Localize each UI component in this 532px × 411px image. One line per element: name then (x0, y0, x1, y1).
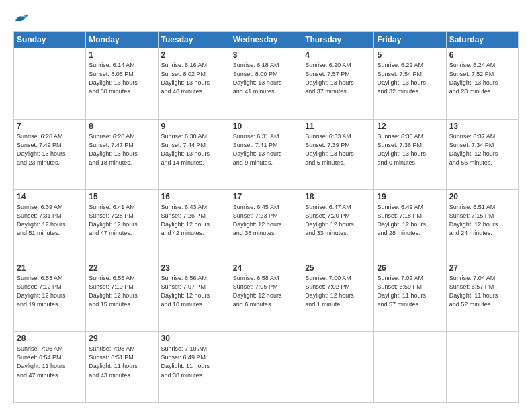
weekday-header-sunday: Sunday (14, 32, 86, 48)
day-info: Sunrise: 6:26 AM Sunset: 7:49 PM Dayligh… (17, 132, 83, 167)
day-number: 26 (377, 263, 443, 273)
calendar: SundayMondayTuesdayWednesdayThursdayFrid… (13, 31, 519, 403)
day-number: 25 (305, 263, 371, 273)
week-row-2: 7Sunrise: 6:26 AM Sunset: 7:49 PM Daylig… (14, 119, 519, 190)
day-info: Sunrise: 6:53 AM Sunset: 7:12 PM Dayligh… (17, 274, 83, 309)
day-info: Sunrise: 7:10 AM Sunset: 6:49 PM Dayligh… (161, 345, 227, 379)
day-number: 13 (449, 122, 515, 131)
day-number: 18 (305, 192, 371, 201)
day-number: 28 (17, 334, 83, 343)
day-info: Sunrise: 6:33 AM Sunset: 7:39 PM Dayligh… (305, 132, 371, 167)
header (13, 12, 519, 24)
calendar-cell: 4Sunrise: 6:20 AM Sunset: 7:57 PM Daylig… (302, 48, 374, 120)
day-info: Sunrise: 6:49 AM Sunset: 7:18 PM Dayligh… (377, 203, 443, 238)
day-info: Sunrise: 6:43 AM Sunset: 7:26 PM Dayligh… (161, 203, 227, 238)
calendar-cell: 21Sunrise: 6:53 AM Sunset: 7:12 PM Dayli… (14, 261, 86, 332)
logo-block (13, 12, 29, 24)
day-number: 21 (17, 263, 83, 273)
calendar-cell: 8Sunrise: 6:28 AM Sunset: 7:47 PM Daylig… (86, 119, 158, 190)
day-number: 12 (377, 122, 443, 131)
day-info: Sunrise: 6:37 AM Sunset: 7:34 PM Dayligh… (449, 132, 515, 167)
calendar-cell (302, 332, 374, 403)
calendar-cell: 26Sunrise: 7:02 AM Sunset: 6:59 PM Dayli… (374, 261, 446, 332)
calendar-cell: 15Sunrise: 6:41 AM Sunset: 7:28 PM Dayli… (86, 190, 158, 261)
day-info: Sunrise: 7:00 AM Sunset: 7:02 PM Dayligh… (305, 274, 371, 309)
calendar-cell: 19Sunrise: 6:49 AM Sunset: 7:18 PM Dayli… (374, 190, 446, 261)
week-row-3: 14Sunrise: 6:39 AM Sunset: 7:31 PM Dayli… (14, 190, 519, 261)
weekday-header-friday: Friday (374, 32, 446, 48)
calendar-cell: 28Sunrise: 7:06 AM Sunset: 6:54 PM Dayli… (14, 332, 86, 403)
calendar-cell: 17Sunrise: 6:45 AM Sunset: 7:23 PM Dayli… (230, 190, 302, 261)
day-info: Sunrise: 6:45 AM Sunset: 7:23 PM Dayligh… (233, 203, 299, 238)
calendar-cell: 11Sunrise: 6:33 AM Sunset: 7:39 PM Dayli… (302, 119, 374, 190)
day-number: 17 (233, 192, 299, 201)
calendar-cell: 20Sunrise: 6:51 AM Sunset: 7:15 PM Dayli… (446, 190, 518, 261)
day-number: 11 (305, 122, 371, 131)
calendar-cell: 10Sunrise: 6:31 AM Sunset: 7:41 PM Dayli… (230, 119, 302, 190)
calendar-cell (14, 48, 86, 120)
day-info: Sunrise: 6:47 AM Sunset: 7:20 PM Dayligh… (305, 203, 371, 238)
day-info: Sunrise: 7:08 AM Sunset: 6:51 PM Dayligh… (89, 345, 154, 379)
day-info: Sunrise: 7:04 AM Sunset: 6:57 PM Dayligh… (449, 274, 515, 309)
calendar-cell: 27Sunrise: 7:04 AM Sunset: 6:57 PM Dayli… (446, 261, 518, 332)
day-info: Sunrise: 6:56 AM Sunset: 7:07 PM Dayligh… (161, 274, 227, 309)
calendar-cell: 18Sunrise: 6:47 AM Sunset: 7:20 PM Dayli… (302, 190, 374, 261)
day-number: 4 (305, 50, 371, 60)
calendar-cell: 12Sunrise: 6:35 AM Sunset: 7:36 PM Dayli… (374, 119, 446, 190)
weekday-header-saturday: Saturday (446, 32, 518, 48)
calendar-cell: 7Sunrise: 6:26 AM Sunset: 7:49 PM Daylig… (14, 119, 86, 190)
day-info: Sunrise: 6:31 AM Sunset: 7:41 PM Dayligh… (233, 132, 299, 167)
page: SundayMondayTuesdayWednesdayThursdayFrid… (0, 0, 532, 411)
day-number: 10 (233, 122, 299, 131)
calendar-cell: 9Sunrise: 6:30 AM Sunset: 7:44 PM Daylig… (158, 119, 230, 190)
bird-icon (14, 12, 29, 24)
calendar-cell (230, 332, 302, 403)
day-number: 27 (449, 263, 515, 273)
day-info: Sunrise: 6:18 AM Sunset: 8:00 PM Dayligh… (233, 61, 299, 96)
week-row-4: 21Sunrise: 6:53 AM Sunset: 7:12 PM Dayli… (14, 261, 519, 332)
day-number: 2 (161, 50, 227, 60)
day-info: Sunrise: 6:14 AM Sunset: 8:05 PM Dayligh… (89, 61, 154, 96)
day-info: Sunrise: 6:24 AM Sunset: 7:52 PM Dayligh… (449, 61, 515, 96)
day-info: Sunrise: 7:02 AM Sunset: 6:59 PM Dayligh… (377, 274, 443, 309)
day-number: 9 (161, 122, 227, 131)
weekday-header-monday: Monday (86, 32, 158, 48)
calendar-cell: 3Sunrise: 6:18 AM Sunset: 8:00 PM Daylig… (230, 48, 302, 120)
day-number: 29 (89, 334, 154, 343)
calendar-cell: 25Sunrise: 7:00 AM Sunset: 7:02 PM Dayli… (302, 261, 374, 332)
calendar-cell: 16Sunrise: 6:43 AM Sunset: 7:26 PM Dayli… (158, 190, 230, 261)
calendar-cell: 29Sunrise: 7:08 AM Sunset: 6:51 PM Dayli… (86, 332, 158, 403)
day-info: Sunrise: 6:35 AM Sunset: 7:36 PM Dayligh… (377, 132, 443, 167)
day-number: 7 (17, 122, 83, 131)
day-info: Sunrise: 6:28 AM Sunset: 7:47 PM Dayligh… (89, 132, 154, 167)
calendar-cell: 23Sunrise: 6:56 AM Sunset: 7:07 PM Dayli… (158, 261, 230, 332)
day-number: 1 (89, 50, 154, 60)
day-number: 19 (377, 192, 443, 201)
day-info: Sunrise: 6:30 AM Sunset: 7:44 PM Dayligh… (161, 132, 227, 167)
calendar-cell: 5Sunrise: 6:22 AM Sunset: 7:54 PM Daylig… (374, 48, 446, 120)
calendar-cell: 13Sunrise: 6:37 AM Sunset: 7:34 PM Dayli… (446, 119, 518, 190)
calendar-cell: 24Sunrise: 6:58 AM Sunset: 7:05 PM Dayli… (230, 261, 302, 332)
calendar-cell: 30Sunrise: 7:10 AM Sunset: 6:49 PM Dayli… (158, 332, 230, 403)
weekday-header-tuesday: Tuesday (158, 32, 230, 48)
day-info: Sunrise: 6:55 AM Sunset: 7:10 PM Dayligh… (89, 274, 154, 309)
day-info: Sunrise: 6:22 AM Sunset: 7:54 PM Dayligh… (377, 61, 443, 96)
day-number: 20 (449, 192, 515, 201)
calendar-cell: 1Sunrise: 6:14 AM Sunset: 8:05 PM Daylig… (86, 48, 158, 120)
week-row-5: 28Sunrise: 7:06 AM Sunset: 6:54 PM Dayli… (14, 332, 519, 403)
day-info: Sunrise: 6:20 AM Sunset: 7:57 PM Dayligh… (305, 61, 371, 96)
day-number: 14 (17, 192, 83, 201)
calendar-cell: 14Sunrise: 6:39 AM Sunset: 7:31 PM Dayli… (14, 190, 86, 261)
day-number: 22 (89, 263, 154, 273)
day-number: 30 (161, 334, 227, 343)
weekday-header-row: SundayMondayTuesdayWednesdayThursdayFrid… (14, 32, 519, 48)
day-info: Sunrise: 6:39 AM Sunset: 7:31 PM Dayligh… (17, 203, 83, 238)
day-number: 8 (89, 122, 154, 131)
day-number: 16 (161, 192, 227, 201)
day-number: 24 (233, 263, 299, 273)
day-number: 15 (89, 192, 154, 201)
day-info: Sunrise: 6:51 AM Sunset: 7:15 PM Dayligh… (449, 203, 515, 238)
day-info: Sunrise: 6:41 AM Sunset: 7:28 PM Dayligh… (89, 203, 154, 238)
calendar-cell: 2Sunrise: 6:16 AM Sunset: 8:02 PM Daylig… (158, 48, 230, 120)
weekday-header-thursday: Thursday (302, 32, 374, 48)
